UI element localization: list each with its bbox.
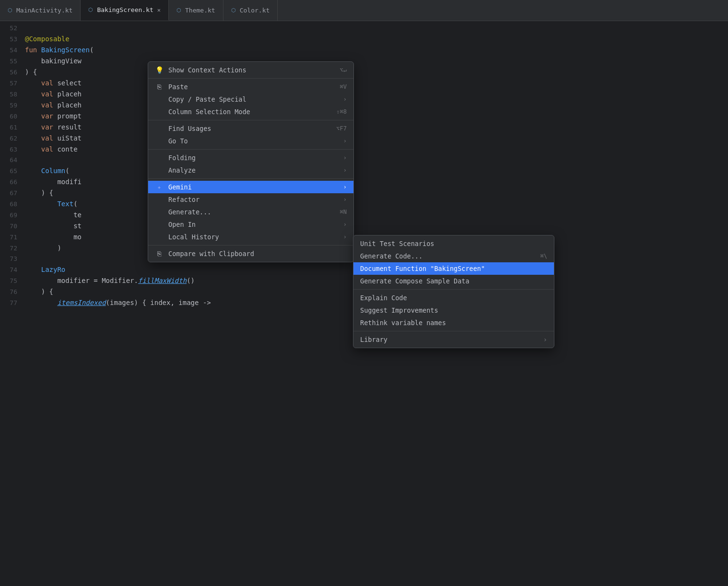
line-number: 73 xyxy=(0,254,25,264)
menu-item-label: Analyze xyxy=(168,166,196,174)
chevron-right-icon: › xyxy=(343,138,347,144)
shortcut-label: ⌥↵ xyxy=(340,67,347,73)
menu-item-open-in[interactable]: Open In › xyxy=(148,218,353,231)
close-tab-button[interactable]: ✕ xyxy=(157,7,161,13)
line-number: 67 xyxy=(0,188,25,199)
line-content: Column( xyxy=(25,165,728,176)
submenu-item-generate-compose[interactable]: Generate Compose Sample Data xyxy=(353,275,554,287)
line-number: 54 xyxy=(0,45,25,56)
menu-item-folding[interactable]: Folding › xyxy=(148,152,353,164)
menu-item-find-usages[interactable]: Find Usages ⌥F7 xyxy=(148,122,353,135)
context-menu: 💡 Show Context Actions ⌥↵ ⎘ Paste ⌘V Cop… xyxy=(148,61,354,262)
code-line-56: 56 ) { xyxy=(0,67,728,78)
menu-item-local-history[interactable]: Local History › xyxy=(148,231,353,243)
line-content: ) { xyxy=(25,188,728,198)
tab-bakingscreen[interactable]: ⬡ BakingScreen.kt ✕ xyxy=(81,0,169,21)
menu-item-label: Refactor xyxy=(168,196,200,203)
code-line-69: 69 te xyxy=(0,210,728,221)
menu-separator xyxy=(148,78,353,79)
menu-item-refactor[interactable]: Refactor › xyxy=(148,193,353,206)
code-line-65: 65 Column( xyxy=(0,165,728,176)
code-line-67: 67 ) { xyxy=(0,188,728,199)
menu-item-show-context[interactable]: 💡 Show Context Actions ⌥↵ xyxy=(148,64,353,76)
submenu-item-label: Library xyxy=(360,336,387,343)
menu-item-compare-clipboard[interactable]: ⎘ Compare with Clipboard xyxy=(148,247,353,260)
menu-item-label: Generate... xyxy=(168,208,211,216)
line-number: 58 xyxy=(0,89,25,100)
line-content: te xyxy=(25,210,728,220)
tab-label: MainActivity.kt xyxy=(16,7,72,14)
line-content: ) { xyxy=(25,67,728,77)
line-number: 68 xyxy=(0,199,25,210)
code-line-59: 59 val placehg.results_placeholder) xyxy=(0,100,728,111)
tab-mainactivity[interactable]: ⬡ MainActivity.kt xyxy=(0,0,81,21)
code-line-64: 64 xyxy=(0,155,728,165)
tab-theme[interactable]: ⬡ Theme.kt xyxy=(169,0,223,21)
menu-item-paste[interactable]: ⎘ Paste ⌘V xyxy=(148,81,353,93)
menu-item-copy-paste-special[interactable]: Copy / Paste Special › xyxy=(148,93,353,105)
line-content: val uiStatAsState() xyxy=(25,133,728,143)
menu-item-column-selection[interactable]: Column Selection Mode ⇧⌘8 xyxy=(148,105,353,118)
line-number: 60 xyxy=(0,111,25,122)
menu-item-label: Compare with Clipboard xyxy=(168,250,254,258)
gemini-star-icon: ✦ xyxy=(155,183,164,191)
code-line-62: 62 val uiStatAsState() xyxy=(0,133,728,144)
menu-separator xyxy=(148,149,353,150)
gemini-submenu: Unit Test Scenarios Generate Code... ⌘\ … xyxy=(353,235,554,348)
submenu-item-library[interactable]: Library › xyxy=(353,333,554,346)
line-content: bakingView xyxy=(25,56,728,66)
line-number: 63 xyxy=(0,144,25,155)
submenu-separator xyxy=(353,289,554,290)
code-line-55: 55 bakingView xyxy=(0,56,728,67)
submenu-item-label: Document Function "BakingScreen" xyxy=(360,265,485,272)
menu-item-label: Show Context Actions xyxy=(168,66,247,74)
submenu-item-unit-test[interactable]: Unit Test Scenarios xyxy=(353,237,554,250)
code-line-54: 54 fun BakingScreen( xyxy=(0,45,728,56)
chevron-right-icon: › xyxy=(343,221,347,228)
line-number: 61 xyxy=(0,122,25,133)
tab-color[interactable]: ⬡ Color.kt xyxy=(223,0,278,21)
line-content: var promptf(placeholderPrompt) } xyxy=(25,111,728,121)
line-content: val placehg.results_placeholder) xyxy=(25,100,728,110)
submenu-item-label: Unit Test Scenarios xyxy=(360,240,434,247)
tab-bar: ⬡ MainActivity.kt ⬡ BakingScreen.kt ✕ ⬡ … xyxy=(0,0,728,21)
line-number: 52 xyxy=(0,23,25,34)
menu-item-label: Go To xyxy=(168,137,188,145)
submenu-item-suggest-improvements[interactable]: Suggest Improvements xyxy=(353,304,554,316)
menu-item-analyze[interactable]: Analyze › xyxy=(148,164,353,176)
line-number: 70 xyxy=(0,221,25,232)
shortcut-label: ⇧⌘8 xyxy=(336,108,347,115)
menu-item-generate[interactable]: Generate... ⌘N xyxy=(148,206,353,218)
menu-item-label: Folding xyxy=(168,154,196,162)
chevron-right-icon: › xyxy=(343,234,347,240)
code-line-60: 60 var promptf(placeholderPrompt) } xyxy=(0,111,728,122)
shortcut-label: ⌘N xyxy=(340,209,347,215)
line-content: val selectOf( value: 0 ) } xyxy=(25,78,728,88)
menu-separator xyxy=(148,178,353,179)
line-number: 59 xyxy=(0,100,25,111)
line-number: 77 xyxy=(0,298,25,308)
chevron-right-icon: › xyxy=(543,336,547,343)
submenu-item-document-function[interactable]: Document Function "BakingScreen" xyxy=(353,262,554,275)
line-content: st xyxy=(25,221,728,231)
submenu-item-label: Suggest Improvements xyxy=(360,306,438,314)
submenu-item-label: Explain Code xyxy=(360,294,407,302)
submenu-item-rethink-names[interactable]: Rethink variable names xyxy=(353,316,554,329)
line-content: modifi xyxy=(25,176,728,187)
submenu-item-label: Rethink variable names xyxy=(360,319,446,327)
chevron-right-icon: › xyxy=(343,154,347,161)
submenu-separator xyxy=(353,331,554,331)
menu-item-label: Open In xyxy=(168,221,196,228)
submenu-item-generate-code[interactable]: Generate Code... ⌘\ xyxy=(353,250,554,262)
menu-separator xyxy=(148,120,353,120)
paste-icon: ⎘ xyxy=(155,83,164,91)
menu-item-go-to[interactable]: Go To › xyxy=(148,135,353,147)
code-line-70: 70 st xyxy=(0,221,728,232)
line-number: 72 xyxy=(0,243,25,254)
menu-item-gemini[interactable]: ✦ Gemini › xyxy=(148,181,353,193)
line-content: fun BakingScreen( xyxy=(25,45,728,55)
submenu-item-explain-code[interactable]: Explain Code xyxy=(353,292,554,304)
kotlin-icon-color: ⬡ xyxy=(231,7,236,13)
code-line-63: 63 val conte xyxy=(0,144,728,155)
line-number: 64 xyxy=(0,155,25,165)
